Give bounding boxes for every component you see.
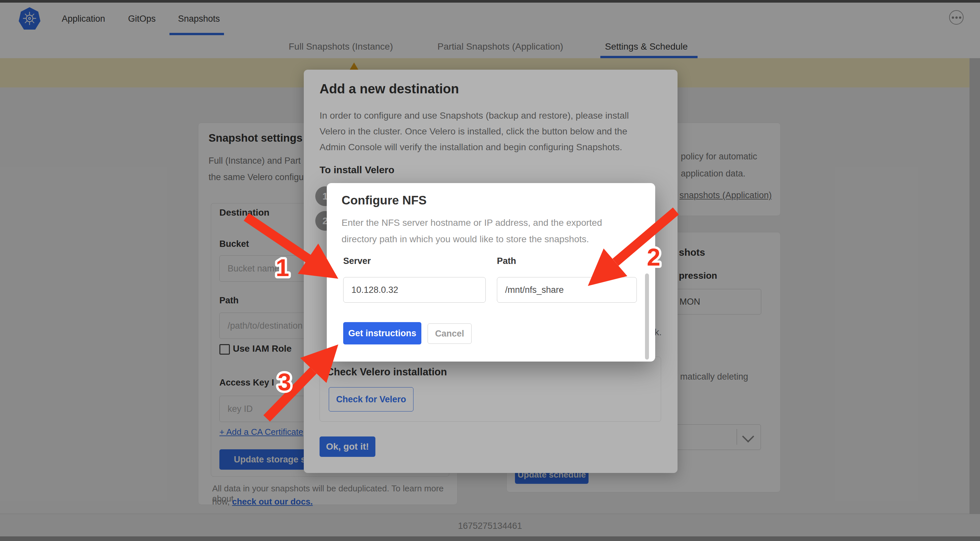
- nfs-body-line1: Enter the NFS server hostname or IP addr…: [342, 218, 602, 228]
- modal-scrollbar[interactable]: [645, 273, 649, 359]
- nfs-path-input[interactable]: [497, 277, 637, 303]
- nfs-server-input[interactable]: [343, 277, 486, 303]
- configure-nfs-title: Configure NFS: [342, 193, 426, 207]
- configure-nfs-modal: Configure NFS Enter the NFS server hostn…: [327, 183, 655, 362]
- nfs-body-line2: directory path in which you would like t…: [342, 234, 589, 244]
- nfs-server-label: Server: [343, 256, 371, 266]
- admin-console-screen: Application GitOps Snapshots Full Snapsh…: [0, 0, 980, 541]
- cancel-button[interactable]: Cancel: [428, 323, 472, 344]
- get-instructions-button[interactable]: Get instructions: [343, 322, 422, 345]
- nfs-path-label: Path: [497, 256, 516, 266]
